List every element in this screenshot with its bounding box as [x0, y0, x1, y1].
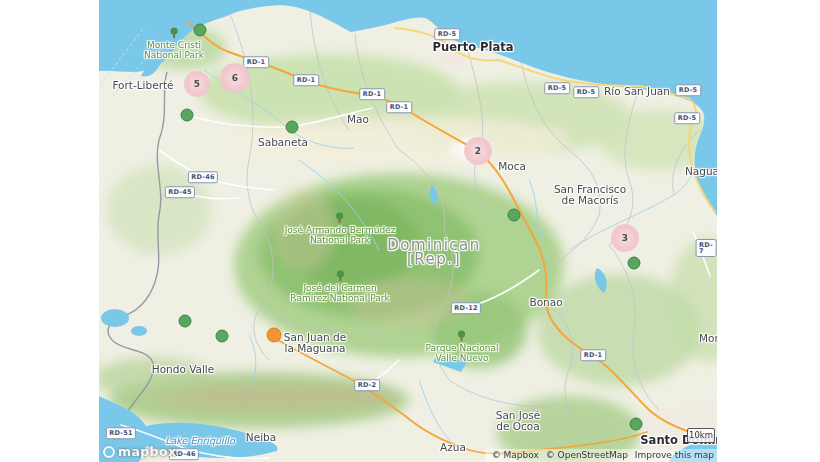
label-line: Bonao	[529, 297, 562, 308]
road-shield-rd-1: RD-1	[293, 74, 319, 86]
town-label: San Juan dela Maguana	[284, 332, 346, 354]
road-shield-rd-12: RD-12	[451, 302, 481, 314]
town-label: Sabaneta	[258, 137, 308, 148]
country-label-line: Dominican	[387, 238, 481, 252]
label-line: Ramírez National Park	[290, 293, 389, 303]
site-marker-green[interactable]	[216, 330, 229, 343]
label-line: Neiba	[246, 432, 276, 443]
map-canvas[interactable]: Dominican [Rep.] Fort-LibertéMaoSabaneta…	[99, 0, 717, 462]
label-line: Río San Juan	[604, 86, 670, 97]
cluster-count: 3	[622, 233, 628, 243]
label-line: San Juan de	[284, 332, 346, 343]
label-line: San José	[496, 410, 541, 421]
road-shield-rd-2: RD-2	[354, 379, 380, 391]
road-shield-rd-5: RD-5	[573, 86, 599, 98]
label-line: San Francisco	[554, 184, 626, 195]
cluster-marker[interactable]: 3	[611, 224, 639, 252]
tree-glyph	[335, 212, 345, 224]
cluster-marker[interactable]: 5	[184, 71, 210, 97]
park-label: José Armando BermúdezNational Park	[285, 212, 396, 245]
road-shield-rd-1: RD-1	[359, 88, 385, 100]
page: Dominican [Rep.] Fort-LibertéMaoSabaneta…	[0, 0, 820, 462]
road-shield-rd-5: RD-5	[544, 82, 570, 94]
label-line: Nagua	[685, 166, 717, 177]
town-label: Azua	[440, 442, 466, 453]
site-marker-green[interactable]	[286, 121, 299, 134]
label-line: José Armando Bermúdez	[285, 225, 396, 235]
site-marker-green[interactable]	[181, 109, 194, 122]
mapbox-logo-icon	[103, 446, 115, 458]
town-label: San Joséde Ocoa	[496, 410, 541, 432]
town-label: Nagua	[685, 166, 717, 177]
label-line: José del Carmen	[303, 283, 376, 293]
attribution-bar: © Mapbox © OpenStreetMap Improve this ma…	[485, 449, 717, 462]
road-shield-rd-5: RD-5	[675, 84, 701, 96]
site-marker-green[interactable]	[508, 209, 521, 222]
attribution-osm-link[interactable]: © OpenStreetMap	[546, 450, 628, 460]
map-scale-control: 10km	[687, 428, 715, 443]
park-label: José del CarmenRamírez National Park	[290, 270, 389, 303]
road-shield-rd-5: RD-5	[434, 28, 460, 40]
label-line: National Park	[310, 235, 370, 245]
map-overlay: Dominican [Rep.] Fort-LibertéMaoSabaneta…	[99, 0, 717, 462]
label-line: Mao	[347, 114, 369, 125]
label-line: Puerto Plata	[433, 42, 514, 53]
tree-glyph	[457, 330, 467, 342]
label-line: Sabaneta	[258, 137, 308, 148]
label-line: Fort-Liberté	[112, 80, 173, 91]
cluster-count: 6	[232, 73, 238, 83]
town-label: Mao	[347, 114, 369, 125]
road-shield-rd-1: RD-1	[243, 56, 269, 68]
label-line: Monte Cristi	[147, 40, 201, 50]
town-label: Hondo Valle	[152, 364, 215, 375]
park-tree-icon	[335, 270, 345, 282]
park-label: Parque NacionalValle Nuevo	[426, 330, 499, 363]
label-line: la Maguana	[284, 343, 346, 354]
label-line: Hondo Valle	[152, 364, 215, 375]
town-label: Río San Juan	[604, 86, 670, 97]
label-line: de Ocoa	[496, 421, 541, 432]
site-marker-green[interactable]	[194, 24, 207, 37]
tree-glyph	[335, 270, 345, 282]
label-line: National Park	[144, 50, 204, 60]
town-label: San Franciscode Macorís	[554, 184, 626, 206]
attribution-improve-link[interactable]: Improve this map	[635, 450, 714, 460]
label-line: Azua	[440, 442, 466, 453]
road-shield-rd-51: RD-51	[106, 427, 136, 439]
label-line: Valle Nuevo	[435, 353, 488, 363]
country-label: Dominican [Rep.]	[387, 238, 481, 266]
park-tree-icon	[335, 212, 345, 224]
label-line: Mon	[699, 333, 717, 344]
attribution-mapbox-link[interactable]: © Mapbox	[492, 450, 539, 460]
road-shield-rd-46: RD-46	[188, 171, 218, 183]
road-shield-rd-1: RD-1	[386, 101, 412, 113]
site-marker-green[interactable]	[630, 418, 643, 431]
site-marker-green[interactable]	[179, 315, 192, 328]
road-shield-rd-5: RD-5	[674, 112, 700, 124]
cluster-marker[interactable]: 6	[220, 63, 250, 93]
cluster-marker[interactable]: 2	[464, 137, 492, 165]
label-line: de Macorís	[554, 195, 626, 206]
label-line: Parque Nacional	[426, 343, 499, 353]
park-tree-icon	[169, 27, 179, 39]
town-label: Mon	[699, 333, 717, 344]
label-line: Moca	[498, 161, 526, 172]
town-label: Moca	[498, 161, 526, 172]
park-tree-icon	[457, 330, 467, 342]
road-shield-rd-45: RD-45	[165, 186, 195, 198]
site-marker-green[interactable]	[628, 257, 641, 270]
mapbox-logo-text: mapbox	[118, 444, 176, 459]
cluster-count: 5	[194, 79, 200, 89]
town-label: Neiba	[246, 432, 276, 443]
tree-glyph	[169, 27, 179, 39]
town-label: Bonao	[529, 297, 562, 308]
cluster-count: 2	[475, 146, 481, 156]
country-label-line: [Rep.]	[387, 252, 481, 266]
mapbox-logo[interactable]: mapbox	[103, 444, 176, 459]
road-shield-rd-7: RD-7	[696, 239, 717, 257]
road-shield-rd-1: RD-1	[580, 349, 606, 361]
city-label: Puerto Plata	[433, 42, 514, 53]
site-marker-orange[interactable]	[267, 328, 282, 343]
town-label: Fort-Liberté	[112, 80, 173, 91]
